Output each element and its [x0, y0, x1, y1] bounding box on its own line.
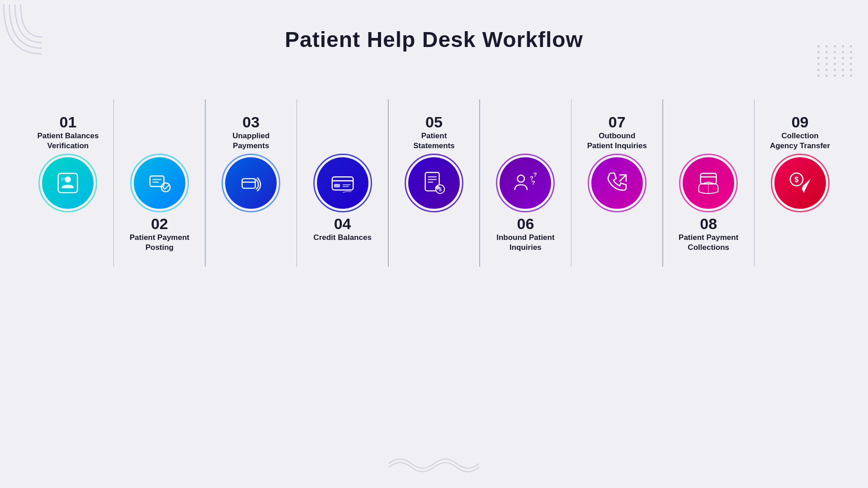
- page-title: Patient Help Desk Workflow: [0, 27, 868, 52]
- step-02-circle: [134, 157, 185, 209]
- step-07-number: 07: [609, 113, 626, 131]
- step-06-circle-area: ? ? ?: [496, 154, 555, 212]
- svg-point-21: [518, 175, 525, 183]
- svg-rect-3: [61, 179, 65, 180]
- person-id-icon: [55, 170, 81, 196]
- step-01-top: 01 Patient BalancesVerification: [37, 99, 99, 154]
- step-09-number: 09: [792, 113, 809, 131]
- step-04-col: 04 Credit Balances: [297, 99, 388, 267]
- svg-rect-2: [61, 178, 66, 178]
- step-09-label: CollectionAgency Transfer: [770, 131, 830, 151]
- step-04-bottom: 04 Credit Balances: [313, 212, 372, 267]
- hand-card-icon: [694, 169, 722, 197]
- step-06-col: ? ? ? 06 Inbound PatientInquiries: [480, 99, 571, 267]
- phone-arrow-icon: [604, 169, 631, 197]
- step-05-col: 05 PatientStatements $: [389, 99, 480, 267]
- step-07-circle-area: [588, 154, 646, 212]
- workflow-section: 01 Patient BalancesVerification: [23, 99, 845, 267]
- step-01-number: 01: [60, 113, 77, 131]
- step-06-bottom: 06 Inbound PatientInquiries: [496, 212, 554, 267]
- step-09-top: 09 CollectionAgency Transfer: [770, 99, 830, 154]
- step-07-col: 07 OutboundPatient Inquiries: [571, 99, 662, 267]
- step-03-circle: [225, 157, 277, 209]
- step-08-circle-area: [679, 154, 738, 212]
- step-08-bottom: 08 Patient PaymentCollections: [679, 212, 738, 267]
- timeline-row: 01 Patient BalancesVerification: [23, 99, 845, 267]
- step-05-number: 05: [425, 113, 443, 131]
- svg-rect-12: [334, 184, 340, 188]
- step-01-col: 01 Patient BalancesVerification: [23, 99, 113, 267]
- step-07-top: 07 OutboundPatient Inquiries: [587, 99, 647, 154]
- step-06-number: 06: [517, 215, 534, 233]
- svg-text:$: $: [794, 176, 798, 183]
- step-03-number: 03: [242, 113, 259, 131]
- step-04-number: 04: [334, 215, 351, 233]
- step-02-number: 02: [151, 215, 168, 233]
- step-03-top: 03 Unapplied Payments: [215, 99, 287, 154]
- svg-text:?: ?: [533, 171, 537, 178]
- deco-dots-right: [817, 45, 854, 77]
- svg-rect-8: [242, 178, 255, 188]
- credit-card-icon: [330, 170, 356, 196]
- step-01-circle-area: [38, 154, 97, 212]
- deco-bottom: [389, 455, 479, 474]
- step-08-number: 08: [700, 215, 717, 233]
- svg-text:?: ?: [532, 179, 535, 186]
- step-04-circle: [317, 157, 368, 209]
- step-07-label: OutboundPatient Inquiries: [587, 131, 647, 151]
- step-03-col: 03 Unapplied Payments: [206, 99, 297, 267]
- svg-point-1: [65, 177, 71, 183]
- svg-rect-10: [332, 177, 353, 190]
- step-06-label: Inbound PatientInquiries: [496, 233, 554, 253]
- step-02-col: 02 Patient PaymentPosting: [114, 99, 205, 267]
- step-01-label: Patient BalancesVerification: [37, 131, 99, 151]
- step-07-circle: [591, 157, 643, 209]
- step-08-circle: [683, 157, 734, 209]
- people-question-icon: ? ? ?: [511, 169, 539, 197]
- payment-check-icon: [146, 170, 173, 196]
- step-04-circle-area: [313, 154, 372, 212]
- step-05-circle-area: $: [405, 154, 463, 212]
- svg-rect-0: [58, 174, 78, 193]
- card-tap-icon: [238, 170, 264, 196]
- dollar-paper-plane-icon: $: [787, 169, 814, 197]
- step-02-bottom: 02 Patient PaymentPosting: [130, 212, 189, 267]
- step-08-col: 08 Patient PaymentCollections: [663, 99, 754, 267]
- step-05-top: 05 PatientStatements: [413, 99, 455, 154]
- step-08-label: Patient PaymentCollections: [679, 233, 738, 253]
- step-06-circle: ? ? ?: [500, 157, 551, 209]
- step-03-label: Unapplied Payments: [215, 131, 287, 151]
- step-02-label: Patient PaymentPosting: [130, 233, 189, 253]
- step-05-label: PatientStatements: [413, 131, 455, 151]
- step-09-col: 09 CollectionAgency Transfer $: [755, 99, 845, 267]
- step-03-circle-area: [222, 154, 280, 212]
- document-dollar-icon: $: [421, 170, 447, 196]
- deco-top-left: [0, 0, 45, 59]
- step-09-circle: $: [774, 157, 826, 209]
- step-05-circle: $: [408, 157, 460, 209]
- step-09-circle-area: $: [771, 154, 830, 212]
- step-01-circle: [42, 157, 94, 209]
- step-02-circle-area: [130, 154, 189, 212]
- step-04-label: Credit Balances: [313, 233, 372, 243]
